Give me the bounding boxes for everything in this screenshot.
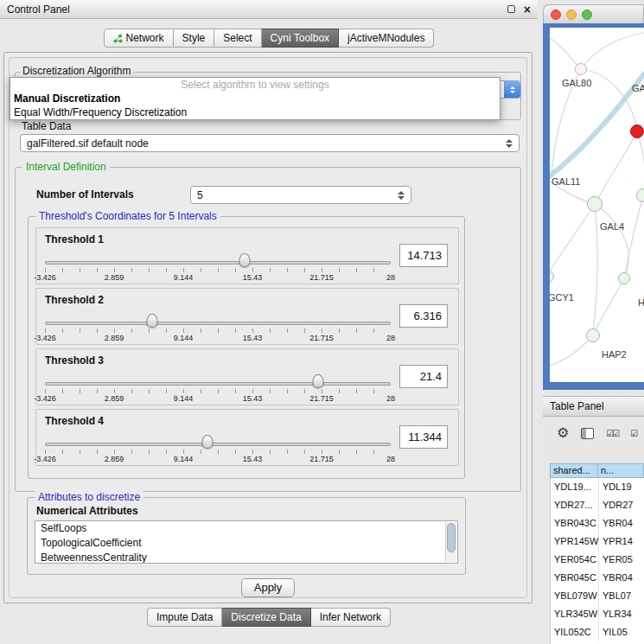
slider-thumb[interactable] [202,435,214,449]
threshold-4-slider[interactable]: -3.4262.8599.14415.4321.71528 [45,430,391,465]
table-cell[interactable]: YBR045C [551,569,599,587]
network-node[interactable] [575,63,587,75]
table-cell[interactable]: YLR345W [551,605,599,623]
table-cell[interactable]: YDL19 [599,478,644,496]
slider-scale-label: 2.859 [105,334,124,342]
dropdown-option-equal-width[interactable]: Equal Width/Frequency Discretization [10,105,500,119]
threshold-1-row: Threshold 1 -3.4262.8599.14415.4321.7152… [35,227,459,284]
table-row[interactable]: YBL079WYBL07 [551,587,644,605]
dropdown-option-manual-discretization[interactable]: Manual Discretization [10,92,500,105]
table-row[interactable]: YBR045CYBR04 [551,569,644,587]
threshold-1-slider[interactable]: -3.4262.8599.14415.4321.71528 [45,249,391,284]
column-header-shared-name[interactable]: shared... [550,463,598,478]
slider-track[interactable] [45,443,391,446]
table-cell[interactable]: YBL07 [599,587,644,605]
attribute-list-item[interactable]: BetweennessCentrality [35,551,457,564]
network-node[interactable] [587,196,603,212]
slider-thumb[interactable] [147,314,158,328]
table-cell[interactable]: YDR27 [599,496,644,514]
network-node[interactable] [630,124,644,138]
slider-scale: -3.4262.8599.14415.4321.71528 [45,273,391,282]
table-cell[interactable]: YER054C [551,551,599,569]
network-node[interactable] [636,188,644,202]
threshold-3-slider[interactable]: -3.4262.8599.14415.4321.71528 [45,370,391,405]
slider-track[interactable] [45,322,391,325]
attributes-group-title: Attributes to discretize [35,491,143,503]
table-rows[interactable]: YDL19...YDL19YDR27...YDR27YBR043CYBR04YP… [550,478,644,644]
tab-impute-data[interactable]: Impute Data [147,608,222,627]
network-node[interactable] [618,272,630,284]
tab-network[interactable]: Network [104,29,174,48]
threshold-2-value-field[interactable]: 6.316 [399,304,448,328]
table-data-combobox[interactable]: galFiltered.sif default node [20,134,520,152]
gear-icon[interactable]: ⚙ [557,426,569,440]
network-window-titlebar[interactable] [543,4,644,23]
float-window-icon[interactable] [507,5,515,13]
table-cell[interactable]: YIL05 [599,623,644,641]
network-node[interactable] [586,328,600,342]
table-cell[interactable]: YER05 [599,551,644,569]
close-icon[interactable]: × [524,3,531,16]
dropdown-prompt[interactable]: Select algorithm to view settings [10,78,500,92]
slider-track[interactable] [45,382,391,386]
column-header-name[interactable]: n... [598,463,644,478]
table-row[interactable]: YPR145WYPR14 [551,532,644,551]
table-cell[interactable]: YDL19... [551,478,599,496]
slider-scale: -3.4262.8599.14415.4321.71528 [45,455,391,463]
table-cell[interactable]: YPR145W [551,532,599,551]
cyni-bottom-tab-bar: Impute Data Discretize Data Infer Networ… [0,608,538,627]
table-cell[interactable]: YPR14 [599,532,644,551]
table-data-value: galFiltered.sif default node [27,137,149,150]
slider-scale: -3.4262.8599.14415.4321.71528 [45,394,391,403]
columns-icon[interactable] [581,428,594,439]
close-traffic-light-icon[interactable] [551,10,561,20]
slider-track[interactable] [45,261,391,265]
threshold-3-value-field[interactable]: 21.4 [399,365,448,388]
table-cell[interactable]: YDR27... [551,496,599,514]
tab-infer-network-label: Infer Network [320,611,381,623]
minimize-traffic-light-icon[interactable] [566,10,577,20]
control-panel-title: Control Panel [7,3,70,16]
attributes-scrollbar-thumb[interactable] [447,523,456,552]
tab-discretize-data[interactable]: Discretize Data [222,608,310,627]
table-cell[interactable]: YIL052C [551,623,599,641]
tab-impute-data-label: Impute Data [156,611,213,623]
attribute-list-item[interactable]: TopologicalCoefficient [35,536,457,551]
threshold-2-slider[interactable]: -3.4262.8599.14415.4321.71528 [45,309,391,344]
table-cell[interactable]: YBR04 [599,514,644,532]
attribute-list-item[interactable]: SelfLoops [35,521,457,536]
control-panel-titlebar[interactable]: Control Panel × [0,0,538,19]
table-cell[interactable]: YBR04 [599,569,644,587]
network-canvas[interactable]: GAL80GAGAL11GAL4GCY1HHAP2 [550,28,644,382]
tab-jactivemodules[interactable]: jActiveMNodules [339,29,434,48]
slider-thumb[interactable] [239,253,250,267]
table-row[interactable]: YER054CYER05 [551,551,644,569]
number-of-intervals-combobox[interactable]: 5 [190,186,411,204]
tab-infer-network[interactable]: Infer Network [311,608,391,627]
table-row[interactable]: YDL19...YDL19 [551,478,644,496]
attributes-scrollbar[interactable] [445,522,456,562]
select-columns-icon-2[interactable]: ☑ [630,429,636,438]
table-panel-titlebar[interactable]: Table Panel [543,396,644,417]
tab-style-label: Style [182,32,206,44]
threshold-4-value-field[interactable]: 11.344 [399,425,448,449]
apply-button[interactable]: Apply [241,578,295,597]
tab-select[interactable]: Select [214,29,261,48]
table-row[interactable]: YIL052CYIL05 [551,623,644,641]
tab-style[interactable]: Style [174,29,215,48]
table-row[interactable]: YLR345WYLR34 [551,605,644,623]
table-cell[interactable]: YBL079W [551,587,599,605]
tab-cyni-toolbox[interactable]: Cyni Toolbox [262,29,339,48]
network-window-frame: GAL80GAGAL11GAL4GCY1HHAP2 [543,23,644,390]
table-cell[interactable]: YBR043C [551,514,599,532]
table-row[interactable]: YDR27...YDR27 [551,496,644,514]
tab-jactivemodules-label: jActiveMNodules [348,32,424,44]
table-row[interactable]: YBR043CYBR04 [551,514,644,532]
combobox-stepper-icon[interactable] [504,81,520,98]
zoom-traffic-light-icon[interactable] [582,10,592,20]
table-cell[interactable]: YLR34 [599,605,644,623]
threshold-1-value-field[interactable]: 14.713 [399,244,448,267]
numerical-attributes-list[interactable]: SelfLoopsTopologicalCoefficientBetweenne… [35,520,458,564]
select-columns-icon[interactable]: ☑☑ [606,429,618,438]
slider-thumb[interactable] [313,374,324,388]
